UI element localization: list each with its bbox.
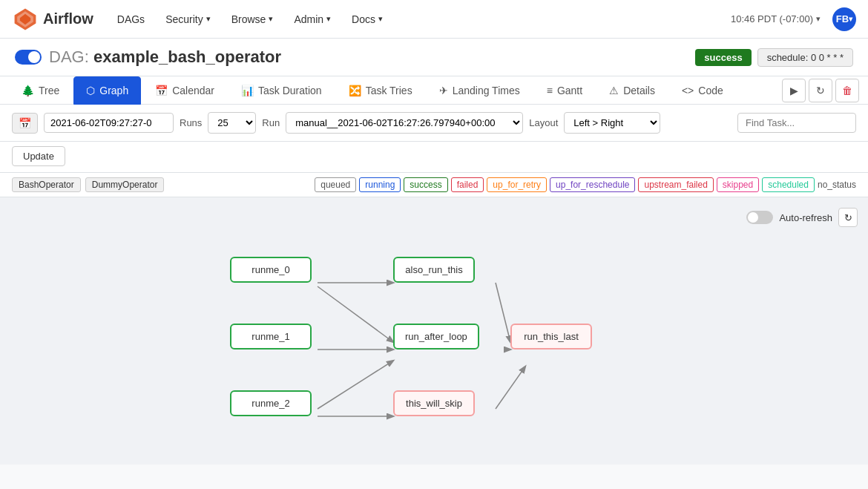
details-icon: ⚠ <box>609 85 619 96</box>
operator-dummy[interactable]: DummyOperator <box>85 177 165 192</box>
tab-actions: ▶ ↻ 🗑 <box>782 79 859 102</box>
gantt-icon: ≡ <box>547 85 553 96</box>
page-title: DAG: example_bash_operator <box>49 47 281 67</box>
status-badge: success <box>695 49 751 66</box>
run-select[interactable]: manual__2021-06-02T16:27:26.797940+00:00 <box>286 112 523 134</box>
graph-area: Auto-refresh ↻ <box>0 197 868 465</box>
node-this-will-skip[interactable]: this_will_skip <box>393 390 475 416</box>
dag-graph: runme_0 also_run_this runme_1 run_after_… <box>15 212 853 450</box>
update-button[interactable]: Update <box>12 146 65 166</box>
update-bar: Update <box>0 142 868 173</box>
chevron-down-icon: ▾ <box>269 14 273 24</box>
tab-tree[interactable]: 🌲 Tree <box>9 76 72 105</box>
status-success[interactable]: success <box>404 177 447 192</box>
status-up-for-retry[interactable]: up_for_retry <box>487 177 547 192</box>
calendar-icon: 📅 <box>155 85 168 96</box>
find-task-input[interactable] <box>737 113 856 133</box>
tab-landing-times[interactable]: ✈ Landing Times <box>427 76 533 105</box>
status-skipped[interactable]: skipped <box>717 177 759 192</box>
refresh-button[interactable]: ↻ <box>809 79 832 102</box>
layout-select[interactable]: Left > Right Top > Bottom <box>564 112 660 134</box>
play-button[interactable]: ▶ <box>782 79 806 102</box>
nav-docs[interactable]: Docs ▾ <box>343 7 392 31</box>
status-no-status[interactable]: no_status <box>818 180 856 190</box>
user-avatar[interactable]: FB ▾ <box>832 7 856 31</box>
nav-browse[interactable]: Browse ▾ <box>223 7 283 31</box>
status-up-for-reschedule[interactable]: up_for_reschedule <box>550 177 635 192</box>
node-run-this-last[interactable]: run_this_last <box>510 324 592 349</box>
operator-bash[interactable]: BashOperator <box>12 177 81 192</box>
node-run-after-loop[interactable]: run_after_loop <box>393 324 479 349</box>
status-running[interactable]: running <box>359 177 401 192</box>
status-failed[interactable]: failed <box>451 177 484 192</box>
header-badges: success schedule: 0 0 * * * <box>695 48 853 67</box>
status-scheduled[interactable]: scheduled <box>762 177 815 192</box>
controls-bar: 📅 Runs 25 Run manual__2021-06-02T16:27:2… <box>0 105 868 142</box>
tab-details[interactable]: ⚠ Details <box>596 76 668 105</box>
date-picker-icon[interactable]: 📅 <box>12 113 38 134</box>
svg-line-4 <box>318 286 393 342</box>
status-tags: queued running success failed up_for_ret… <box>315 177 856 192</box>
chevron-down-icon: ▾ <box>849 15 852 23</box>
airflow-icon <box>12 6 39 33</box>
nav-time[interactable]: 10:46 PDT (-07:00) ▾ <box>731 13 821 24</box>
nav-dags[interactable]: DAGs <box>108 7 154 31</box>
chevron-down-icon: ▾ <box>326 14 331 24</box>
tab-gantt[interactable]: ≡ Gantt <box>534 76 595 105</box>
status-queued[interactable]: queued <box>315 177 356 192</box>
runs-label: Runs <box>180 117 202 128</box>
tab-task-duration[interactable]: 📊 Task Duration <box>228 76 335 105</box>
datetime-input[interactable] <box>44 113 174 133</box>
layout-label: Layout <box>529 117 558 128</box>
operator-tags: BashOperator DummyOperator <box>12 177 164 192</box>
node-also-run-this[interactable]: also_run_this <box>393 257 475 283</box>
node-runme-0[interactable]: runme_0 <box>230 257 312 283</box>
task-duration-icon: 📊 <box>241 85 254 96</box>
code-icon: <> <box>682 85 694 96</box>
node-runme-1[interactable]: runme_1 <box>230 324 312 349</box>
tab-calendar[interactable]: 📅 Calendar <box>142 76 227 105</box>
svg-line-8 <box>318 361 393 409</box>
svg-line-5 <box>496 283 510 342</box>
node-runme-2[interactable]: runme_2 <box>230 390 312 416</box>
tab-graph[interactable]: ⬡ Graph <box>73 76 141 105</box>
chevron-down-icon: ▾ <box>816 14 821 24</box>
dag-toggle[interactable] <box>15 50 42 65</box>
brand-logo[interactable]: Airflow <box>12 6 93 33</box>
graph-icon: ⬡ <box>86 85 95 96</box>
task-tries-icon: 🔀 <box>349 85 361 96</box>
tabs-bar: 🌲 Tree ⬡ Graph 📅 Calendar 📊 Task Duratio… <box>0 76 868 105</box>
tab-task-tries[interactable]: 🔀 Task Tries <box>336 76 425 105</box>
brand-name: Airflow <box>43 10 93 27</box>
tree-icon: 🌲 <box>22 85 34 96</box>
nav-security[interactable]: Security ▾ <box>157 7 220 31</box>
status-upstream-failed[interactable]: upstream_failed <box>638 177 713 192</box>
legend-bar: BashOperator DummyOperator queued runnin… <box>0 173 868 197</box>
page-header: DAG: example_bash_operator success sched… <box>0 39 868 76</box>
navbar: Airflow DAGs Security ▾ Browse ▾ Admin ▾… <box>0 0 868 39</box>
svg-line-10 <box>496 367 525 409</box>
run-label: Run <box>262 117 280 128</box>
runs-select[interactable]: 25 <box>208 112 256 134</box>
landing-times-icon: ✈ <box>439 85 448 96</box>
delete-button[interactable]: 🗑 <box>835 79 859 102</box>
chevron-down-icon: ▾ <box>378 14 383 24</box>
chevron-down-icon: ▾ <box>206 14 211 24</box>
schedule-badge: schedule: 0 0 * * * <box>757 48 853 67</box>
nav-admin[interactable]: Admin ▾ <box>285 7 340 31</box>
tab-code[interactable]: <> Code <box>669 76 736 105</box>
